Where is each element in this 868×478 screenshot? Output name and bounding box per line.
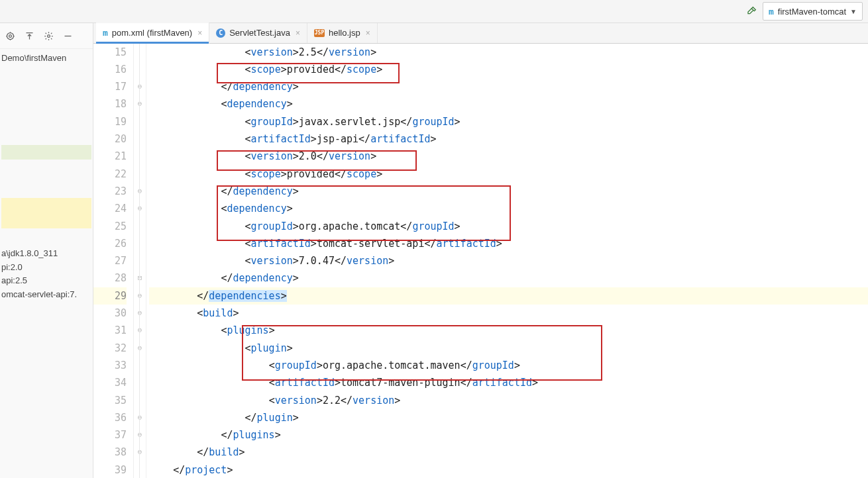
target-icon[interactable] [5,31,15,41]
code-line[interactable]: <groupId>org.apache.tomcat</groupId> [149,218,868,235]
code-line[interactable]: <plugin> [149,340,868,357]
code-line[interactable]: <version>2.5</version> [149,44,868,61]
fold-marker[interactable]: ⊖ [134,322,146,339]
line-number[interactable]: 19 [93,113,127,130]
line-number[interactable]: 23 [93,183,127,200]
close-icon[interactable]: × [296,28,300,38]
project-path[interactable]: Demo\firstMaven [1,52,91,66]
fold-marker[interactable]: ⊟ [134,269,146,287]
line-number[interactable]: 32 [93,340,127,357]
code-line[interactable]: <groupId>org.apache.tomcat.maven</groupI… [149,357,868,374]
line-gutter[interactable]: 1516171819202122232425262728293031323334… [93,44,134,478]
line-number[interactable]: 29 [93,287,127,305]
code-line[interactable]: </build> [149,444,868,461]
line-number[interactable]: 31 [93,322,127,339]
code-line[interactable]: <dependency> [149,200,868,217]
line-number[interactable]: 16 [93,61,127,78]
run-config-selector[interactable]: m firstMaven-tomcat ▼ [763,2,863,21]
line-number[interactable]: 33 [93,357,127,374]
code-line[interactable]: <artifactId>jsp-api</artifactId> [149,130,868,148]
line-number[interactable]: 15 [93,44,127,61]
code-line[interactable]: </project> [149,461,868,478]
chevron-down-icon: ▼ [850,8,857,15]
line-number[interactable]: 27 [93,252,127,269]
editor-tab[interactable]: JSPhello.jsp× [307,23,378,43]
tree-item[interactable]: pi:2.0 [1,261,91,275]
project-sidebar[interactable]: Demo\firstMaven a\jdk1.8.0_311 pi:2.0 ap… [0,23,93,478]
line-number[interactable]: 35 [93,392,127,409]
fold-marker[interactable]: ⊖ [134,305,146,322]
code-line[interactable]: <build> [149,305,868,322]
fold-marker[interactable] [134,235,146,252]
code-line[interactable]: <scope>provided</scope> [149,166,868,183]
fold-marker[interactable] [134,61,146,78]
line-number[interactable]: 20 [93,130,127,148]
code-line[interactable]: </dependency> [149,78,868,95]
gear-icon[interactable] [44,31,54,41]
line-number[interactable]: 39 [93,461,127,478]
fold-marker[interactable]: ⊖ [134,426,146,444]
line-number[interactable]: 25 [93,218,127,235]
tree-item[interactable]: a\jdk1.8.0_311 [1,247,91,261]
code-lines[interactable]: <version>2.5</version> <scope>provided</… [146,44,868,478]
fold-marker[interactable]: ⊖ [134,78,146,95]
line-number[interactable]: 38 [93,444,127,461]
fold-marker[interactable]: ⊖ [134,340,146,357]
fold-marker[interactable]: ⊖ [134,200,146,217]
fold-marker[interactable] [134,357,146,374]
code-line[interactable]: <artifactId>tomcat7-maven-plugin</artifa… [149,374,868,391]
code-line[interactable]: </dependencies> [149,287,868,305]
code-line[interactable]: <groupId>javax.servlet.jsp</groupId> [149,113,868,130]
editor-tab[interactable]: mpom.xml (firstMaven)× [96,22,209,44]
fold-marker[interactable] [134,130,146,148]
close-icon[interactable]: × [197,28,202,38]
fold-marker[interactable] [134,252,146,269]
fold-marker[interactable] [134,392,146,409]
code-line[interactable]: <dependency> [149,95,868,113]
minus-icon[interactable] [63,31,73,41]
line-number[interactable]: 18 [93,95,127,113]
fold-marker[interactable]: ⊖ [134,95,146,113]
line-number[interactable]: 24 [93,200,127,217]
fold-marker[interactable]: ⊖ [134,287,146,305]
editor-tab[interactable]: CServletTest.java× [209,23,307,43]
line-number[interactable]: 30 [93,305,127,322]
build-icon[interactable] [747,5,757,18]
fold-marker[interactable] [134,166,146,183]
code-line[interactable]: </dependency> [149,269,868,287]
tree-item[interactable]: omcat-servlet-api:7. [1,288,91,302]
code-line[interactable]: <scope>provided</scope> [149,61,868,78]
fold-marker[interactable] [134,374,146,391]
m-file-icon: m [103,28,108,38]
fold-column[interactable]: ⊖⊖⊖⊖⊟⊖⊖⊖⊖⊖⊖⊖ [134,44,146,478]
code-line[interactable]: <version>7.0.47</version> [149,252,868,269]
fold-marker[interactable] [134,461,146,478]
code-line[interactable]: </dependency> [149,183,868,200]
fold-marker[interactable]: ⊖ [134,409,146,426]
fold-marker[interactable] [134,218,146,235]
project-tree[interactable]: Demo\firstMaven a\jdk1.8.0_311 pi:2.0 ap… [0,49,93,305]
code-line[interactable]: <version>2.2</version> [149,392,868,409]
fold-marker[interactable] [134,148,146,165]
code-line[interactable]: <version>2.0</version> [149,148,868,165]
code-line[interactable]: <plugins> [149,322,868,339]
fold-marker[interactable]: ⊖ [134,183,146,200]
code-line[interactable]: </plugins> [149,426,868,444]
code-line[interactable]: </plugin> [149,409,868,426]
line-number[interactable]: 22 [93,166,127,183]
fold-marker[interactable]: ⊖ [134,444,146,461]
collapse-icon[interactable] [25,31,34,41]
line-number[interactable]: 26 [93,235,127,252]
line-number[interactable]: 37 [93,426,127,444]
close-icon[interactable]: × [366,28,370,38]
line-number[interactable]: 17 [93,78,127,95]
fold-marker[interactable] [134,44,146,61]
line-number[interactable]: 28 [93,269,127,287]
fold-marker[interactable] [134,113,146,130]
line-number[interactable]: 21 [93,148,127,165]
code-editor[interactable]: 1516171819202122232425262728293031323334… [93,44,868,478]
line-number[interactable]: 34 [93,374,127,391]
tree-item[interactable]: api:2.5 [1,274,91,288]
code-line[interactable]: <artifactId>tomcat-servlet-api</artifact… [149,235,868,252]
line-number[interactable]: 36 [93,409,127,426]
